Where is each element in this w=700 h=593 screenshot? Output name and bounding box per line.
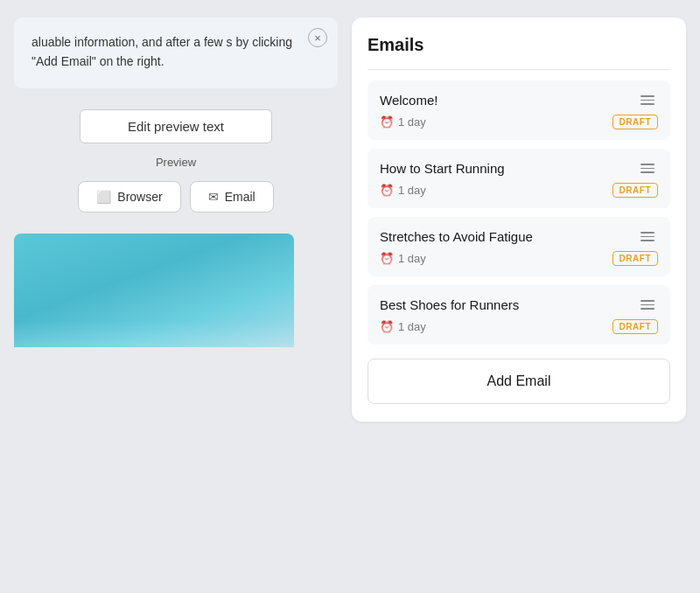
- time-info: ⏰ 1 day: [380, 115, 426, 129]
- info-text: aluable information, and after a few s b…: [32, 33, 320, 71]
- draft-badge: DRAFT: [612, 183, 658, 198]
- clock-icon: ⏰: [380, 184, 394, 197]
- email-item-footer: ⏰ 1 day DRAFT: [380, 183, 658, 198]
- time-info: ⏰ 1 day: [380, 184, 426, 197]
- clock-icon: ⏰: [380, 252, 394, 265]
- time-label: 1 day: [398, 115, 426, 129]
- time-label: 1 day: [398, 184, 426, 197]
- email-item-header: Best Shoes for Runners: [380, 297, 658, 312]
- draft-badge: DRAFT: [612, 319, 658, 334]
- email-item-header: How to Start Running: [380, 161, 658, 176]
- email-icon: ✉: [208, 190, 219, 204]
- email-item: How to Start Running ⏰ 1 day DRAFT: [368, 149, 670, 208]
- browser-preview-button[interactable]: ⬜ Browser: [78, 181, 180, 213]
- time-label: 1 day: [398, 320, 426, 333]
- email-item-footer: ⏰ 1 day DRAFT: [380, 319, 658, 334]
- email-item-footer: ⏰ 1 day DRAFT: [380, 251, 658, 266]
- hamburger-line: [640, 300, 654, 302]
- hamburger-line: [640, 164, 654, 165]
- add-email-button[interactable]: Add Email: [368, 359, 670, 404]
- hamburger-line: [640, 232, 654, 234]
- email-title: How to Start Running: [380, 161, 505, 176]
- menu-icon[interactable]: [637, 298, 658, 311]
- image-preview: [14, 234, 294, 347]
- email-item-footer: ⏰ 1 day DRAFT: [380, 115, 658, 129]
- email-item: Stretches to Avoid Fatigue ⏰ 1 day DRAFT: [368, 217, 670, 276]
- menu-icon[interactable]: [637, 162, 658, 175]
- close-button[interactable]: ×: [308, 28, 327, 47]
- hamburger-line: [640, 171, 654, 173]
- time-info: ⏰ 1 day: [380, 252, 426, 265]
- edit-preview-button[interactable]: Edit preview text: [80, 109, 272, 143]
- email-label: Email: [225, 190, 256, 204]
- hamburger-line: [640, 168, 654, 170]
- info-card: × aluable information, and after a few s…: [14, 17, 338, 88]
- hamburger-line: [640, 103, 654, 105]
- browser-icon: ⬜: [96, 190, 111, 204]
- email-item-header: Welcome!: [380, 93, 658, 108]
- menu-icon[interactable]: [637, 94, 658, 107]
- time-info: ⏰ 1 day: [380, 320, 426, 333]
- preview-buttons: ⬜ Browser ✉ Email: [78, 181, 273, 213]
- email-title: Welcome!: [380, 93, 438, 108]
- email-item: Welcome! ⏰ 1 day DRAFT: [368, 80, 670, 140]
- middle-section: Edit preview text Preview ⬜ Browser ✉ Em…: [14, 99, 338, 223]
- clock-icon: ⏰: [380, 320, 394, 333]
- email-item: Best Shoes for Runners ⏰ 1 day DRAFT: [368, 285, 670, 345]
- left-panel: × aluable information, and after a few s…: [14, 17, 338, 347]
- divider: [368, 69, 670, 70]
- hamburger-line: [640, 236, 654, 238]
- email-item-header: Stretches to Avoid Fatigue: [380, 229, 658, 244]
- hamburger-line: [640, 100, 654, 101]
- hamburger-line: [640, 95, 654, 97]
- hamburger-line: [640, 308, 654, 310]
- draft-badge: DRAFT: [612, 115, 658, 129]
- emails-title: Emails: [368, 35, 670, 55]
- email-preview-button[interactable]: ✉ Email: [190, 181, 274, 213]
- right-panel: Emails Welcome! ⏰ 1 day DRAFT How to Sta: [352, 17, 686, 422]
- email-list: Welcome! ⏰ 1 day DRAFT How to Start Runn…: [368, 80, 670, 353]
- draft-badge: DRAFT: [612, 251, 658, 266]
- preview-label: Preview: [156, 156, 196, 169]
- menu-icon[interactable]: [637, 230, 658, 243]
- hamburger-line: [640, 240, 654, 241]
- email-title: Stretches to Avoid Fatigue: [380, 229, 533, 244]
- hamburger-line: [640, 304, 654, 306]
- clock-icon: ⏰: [380, 115, 394, 129]
- email-title: Best Shoes for Runners: [380, 297, 519, 312]
- time-label: 1 day: [398, 252, 426, 265]
- browser-label: Browser: [117, 190, 162, 204]
